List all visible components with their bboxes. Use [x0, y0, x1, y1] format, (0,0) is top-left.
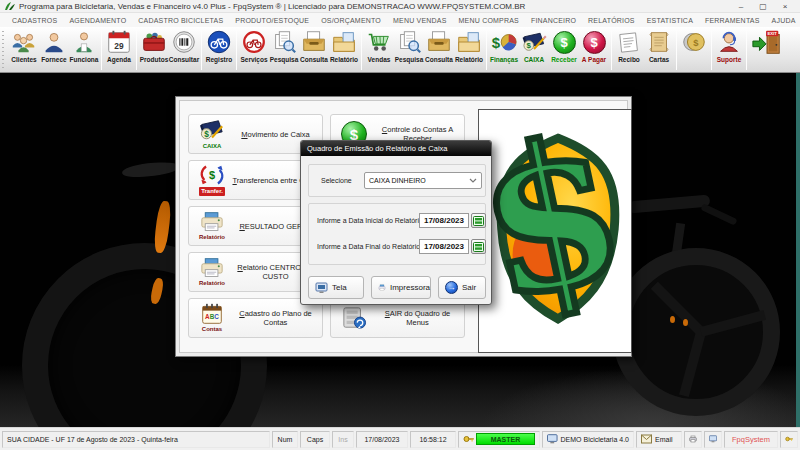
- menu-cadastro-bicicletas[interactable]: CADASTRO BICICLETAS: [132, 17, 229, 24]
- date-range-group: Informe a Data Inicial do Relatório 17/0…: [308, 203, 486, 265]
- svg-text:$: $: [492, 34, 501, 51]
- status-location: SUA CIDADE - UF 17 de Agosto de 2023 - Q…: [2, 431, 270, 448]
- cash-book-icon: $: [197, 118, 227, 142]
- status-user: MASTER: [458, 431, 540, 448]
- background-bike-wheel-right: [612, 248, 780, 416]
- date-initial-calendar-button[interactable]: [471, 213, 486, 228]
- key-icon: [463, 434, 474, 444]
- status-time: 16:58:12: [410, 431, 456, 448]
- search-docs-icon: [395, 29, 423, 55]
- toolbar-cartas[interactable]: Cartas: [644, 29, 674, 71]
- application-window: Programa para Bicicletaria, Vendas e Fin…: [0, 0, 800, 450]
- supplier-icon: [40, 29, 68, 55]
- clients-icon: [10, 29, 38, 55]
- menu-compras[interactable]: MENU COMPRAS: [453, 17, 525, 24]
- status-email[interactable]: Email: [636, 431, 682, 448]
- close-button[interactable]: ×: [774, 0, 796, 12]
- letter-scroll-icon: [645, 29, 673, 55]
- cash-book-icon: $: [520, 29, 548, 55]
- menu-estatistica[interactable]: ESTATISTICA: [641, 17, 699, 24]
- toolbar-consultar[interactable]: Consultar: [169, 29, 199, 71]
- monitor-icon: [709, 434, 717, 444]
- toolbar-consulta-1[interactable]: Consulta: [299, 29, 329, 71]
- toolbar-consulta-2[interactable]: Consulta: [424, 29, 454, 71]
- dollar-red-icon: $: [583, 31, 606, 54]
- menu-relatorios[interactable]: RELATÓRIOS: [582, 17, 641, 24]
- status-caps: Caps: [300, 431, 330, 448]
- dialog-sair-button[interactable]: → Sair: [438, 276, 486, 299]
- toolbar-a-pagar[interactable]: $ A Pagar: [579, 29, 609, 71]
- toolbar-vendas[interactable]: Vendas: [364, 29, 394, 71]
- support-icon: [715, 29, 743, 55]
- svg-text:$: $: [693, 38, 699, 48]
- account-select[interactable]: CAIXA DINHEIRO: [364, 172, 482, 189]
- report-folder-icon: [330, 29, 358, 55]
- title-bar[interactable]: Programa para Bicicletaria, Vendas e Fin…: [0, 0, 800, 13]
- calendar-picker-icon: [473, 216, 484, 226]
- toolbar-registro[interactable]: Registro: [204, 29, 234, 71]
- status-user-badge: MASTER: [476, 433, 535, 445]
- finance-pie-icon: $: [490, 29, 518, 55]
- dialog-title-bar[interactable]: Quadro de Emissão do Relatório de Caixa: [301, 141, 491, 156]
- bike-blue-icon: [205, 29, 233, 55]
- toolbar-agenda[interactable]: 29 Agenda: [104, 29, 134, 71]
- app-icon: [4, 1, 16, 11]
- status-printer[interactable]: [684, 431, 702, 448]
- toolbar-produtos[interactable]: Produtos: [139, 29, 169, 71]
- date-final-label: Informe a Data Final do Relatório: [317, 243, 420, 250]
- toolbar-separator: [136, 30, 137, 70]
- toolbar-grip: [2, 31, 7, 69]
- svg-text:ABC: ABC: [205, 313, 219, 320]
- minimize-button[interactable]: –: [730, 0, 752, 12]
- menu-produto-estoque[interactable]: PRODUTO/ESTOQUE: [229, 17, 315, 24]
- account-select-value: CAIXA DINHEIRO: [369, 177, 469, 184]
- toolbar-funciona[interactable]: Funciona: [69, 29, 99, 71]
- report-folder-icon: [455, 29, 483, 55]
- status-key[interactable]: [780, 431, 798, 448]
- toolbar-moeda[interactable]: $: [679, 29, 709, 71]
- toolbar-pesquisa-1[interactable]: Pesquisa: [269, 29, 299, 71]
- toolbar-financas[interactable]: $ Finanças: [489, 29, 519, 71]
- toolbar-receber[interactable]: $ Receber: [549, 29, 579, 71]
- toolbar-servicos[interactable]: Serviços: [239, 29, 269, 71]
- impressora-button[interactable]: Impressora: [371, 276, 431, 299]
- toolbar-caixa[interactable]: $ CAIXA: [519, 29, 549, 71]
- background-bike-handlebar: [700, 203, 737, 225]
- maximize-button[interactable]: ▢: [752, 0, 774, 12]
- date-final-field[interactable]: 17/08/2023: [419, 239, 469, 254]
- svg-text:EXIT: EXIT: [767, 31, 777, 36]
- dollar-shield-logo: $: [479, 110, 631, 352]
- svg-text:$: $: [209, 169, 215, 181]
- toolbar-clientes[interactable]: Clientes: [9, 29, 39, 71]
- menu-ferramentas[interactable]: FERRAMENTAS: [699, 17, 766, 24]
- key-icon: [785, 434, 793, 444]
- toolbar-separator: [361, 30, 362, 70]
- toolbar-fornece[interactable]: Fornece: [39, 29, 69, 71]
- date-initial-field[interactable]: 17/08/2023: [419, 213, 469, 228]
- tela-button[interactable]: Tela: [308, 276, 364, 299]
- menu-ajuda[interactable]: AJUDA: [766, 17, 800, 24]
- menu-cadastros[interactable]: CADASTROS: [6, 17, 63, 24]
- account-select-group: Selecione CAIXA DINHEIRO: [308, 164, 486, 197]
- status-terminal[interactable]: [704, 431, 722, 448]
- date-final-calendar-button[interactable]: [471, 239, 486, 254]
- coin-icon: $: [680, 29, 708, 55]
- menu-agendamento[interactable]: AGENDAMENTO: [63, 17, 132, 24]
- toolbar-recibo[interactable]: Recibo: [614, 29, 644, 71]
- bike-red-icon: [240, 29, 268, 55]
- toolbar-separator: [236, 30, 237, 70]
- menu-os-orcamento[interactable]: OS/ORÇAMENTO: [315, 17, 387, 24]
- toolbar-pesquisa-2[interactable]: Pesquisa: [394, 29, 424, 71]
- menu-financeiro[interactable]: FINANCEIRO: [525, 17, 582, 24]
- toolbar-suporte[interactable]: Suporte: [714, 29, 744, 71]
- client-area: $ CAIXA Movimento de Caixa $ Tranfer. Tr…: [0, 73, 800, 427]
- toolbar-separator: [486, 30, 487, 70]
- toolbar-relatorio-2[interactable]: Relatório: [454, 29, 484, 71]
- calendar-picker-icon: [473, 242, 484, 252]
- toolbar-sair[interactable]: EXIT: [749, 29, 785, 71]
- menu-vendas[interactable]: MENU VENDAS: [387, 17, 453, 24]
- toolbar-relatorio-1[interactable]: Relatório: [329, 29, 359, 71]
- monitor-icon: [315, 282, 328, 294]
- background-edge-strip: [796, 73, 800, 427]
- search-docs-icon: [270, 29, 298, 55]
